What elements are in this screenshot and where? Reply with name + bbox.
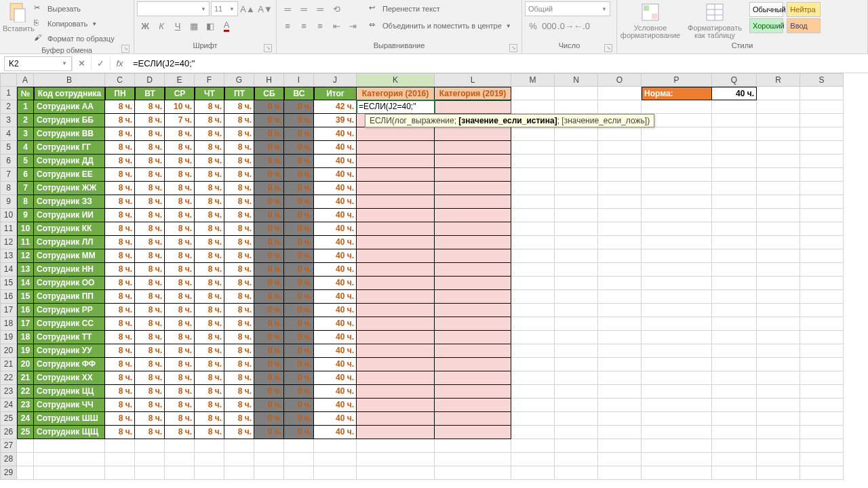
cell-empnum[interactable]: 5	[17, 155, 34, 168]
row-header[interactable]: 4	[0, 127, 17, 141]
cell-category[interactable]	[357, 249, 435, 263]
cell-day[interactable]: 8 ч.	[105, 236, 135, 249]
cell-weekend[interactable]: 0 ч.	[284, 263, 314, 277]
cell[interactable]	[598, 344, 642, 358]
align-right-button[interactable]: ≡	[312, 18, 328, 33]
cell[interactable]	[598, 426, 642, 439]
cell-weekend[interactable]: 0 ч.	[254, 317, 284, 331]
cell-day[interactable]: 8 ч.	[135, 358, 165, 371]
header-day[interactable]: СР	[165, 87, 195, 100]
cell[interactable]	[511, 439, 555, 453]
cell-day[interactable]: 8 ч.	[105, 304, 135, 317]
cell[interactable]	[34, 466, 105, 480]
formula-input[interactable]: =ЕСЛИ(J2=40;"	[129, 58, 868, 68]
cell[interactable]	[712, 209, 757, 222]
cell-weekend[interactable]: 0 ч.	[254, 168, 284, 182]
cell-weekend[interactable]: 0 ч.	[254, 100, 284, 114]
decrease-font-button[interactable]: A▼	[257, 1, 273, 16]
cell-day[interactable]: 8 ч.	[195, 222, 224, 236]
currency-button[interactable]: %	[525, 18, 541, 33]
cell-day[interactable]: 8 ч.	[135, 344, 165, 358]
cell-weekend[interactable]: 0 ч.	[284, 358, 314, 371]
cell[interactable]	[800, 236, 844, 249]
cell-day[interactable]: 8 ч.	[195, 358, 224, 371]
cell[interactable]	[800, 249, 844, 263]
cell[interactable]	[555, 466, 598, 480]
cell-day[interactable]: 8 ч.	[224, 304, 254, 317]
cell[interactable]	[511, 466, 555, 480]
cell[interactable]	[435, 439, 511, 453]
cell-day[interactable]: 8 ч.	[135, 371, 165, 385]
format-as-table-button[interactable]: Форматировать как таблицу	[682, 1, 747, 39]
cell[interactable]	[598, 358, 642, 371]
cell[interactable]	[511, 168, 555, 182]
cell-day[interactable]: 8 ч.	[135, 426, 165, 439]
column-header-K[interactable]: K	[357, 73, 435, 87]
cell[interactable]	[598, 277, 642, 290]
cell[interactable]	[511, 385, 555, 399]
cell[interactable]	[712, 412, 757, 426]
style-input[interactable]: Ввод	[787, 18, 821, 33]
cell-category[interactable]	[357, 236, 435, 249]
cell-category[interactable]	[357, 317, 435, 331]
cell-day[interactable]: 8 ч.	[224, 331, 254, 344]
cell-category[interactable]	[357, 277, 435, 290]
cell-weekend[interactable]: 0 ч.	[284, 127, 314, 141]
cell[interactable]	[712, 168, 757, 182]
row-header[interactable]: 14	[0, 263, 17, 277]
cell[interactable]	[555, 249, 598, 263]
cell-day[interactable]: 8 ч.	[165, 358, 195, 371]
cell[interactable]	[800, 182, 844, 195]
cell-day[interactable]: 8 ч.	[165, 290, 195, 304]
cell-empnum[interactable]: 2	[17, 114, 34, 127]
cell-day[interactable]: 8 ч.	[195, 371, 224, 385]
cell-day[interactable]: 8 ч.	[135, 114, 165, 127]
cell-day[interactable]: 8 ч.	[105, 344, 135, 358]
cell-empnum[interactable]: 8	[17, 195, 34, 209]
cell-day[interactable]: 8 ч.	[135, 222, 165, 236]
cell-day[interactable]: 8 ч.	[195, 114, 224, 127]
row-header[interactable]: 29	[0, 466, 17, 480]
header-cat2016[interactable]: Категория (2016)	[357, 87, 435, 100]
cell-total[interactable]: 40 ч.	[314, 209, 357, 222]
cell-day[interactable]: 8 ч.	[165, 331, 195, 344]
wrap-text-button[interactable]: ↩Перенести текст	[368, 1, 513, 16]
cell-category[interactable]	[357, 141, 435, 155]
cell-empname[interactable]: Сотрудник ЦЦ	[34, 385, 105, 399]
cell-day[interactable]: 8 ч.	[105, 127, 135, 141]
cell[interactable]	[712, 399, 757, 412]
cell[interactable]	[224, 466, 254, 480]
cell-day[interactable]: 8 ч.	[195, 331, 224, 344]
row-header[interactable]: 10	[0, 209, 17, 222]
align-middle-button[interactable]: ═	[296, 1, 312, 16]
cell[interactable]	[598, 317, 642, 331]
cell-category[interactable]	[357, 304, 435, 317]
cell-weekend[interactable]: 0 ч.	[284, 412, 314, 426]
cell[interactable]	[511, 358, 555, 371]
cell-weekend[interactable]: 0 ч.	[284, 236, 314, 249]
cell-day[interactable]: 8 ч.	[195, 155, 224, 168]
cell[interactable]	[800, 317, 844, 331]
column-header-I[interactable]: I	[284, 73, 314, 87]
cell[interactable]	[757, 182, 800, 195]
cell[interactable]	[511, 426, 555, 439]
cell[interactable]	[314, 453, 357, 466]
decrease-indent-button[interactable]: ⇤	[328, 18, 344, 33]
style-neutral[interactable]: Нейтра	[787, 2, 821, 17]
row-header[interactable]: 27	[0, 439, 17, 453]
cell[interactable]	[165, 453, 195, 466]
cell[interactable]	[17, 439, 34, 453]
row-header[interactable]: 8	[0, 182, 17, 195]
align-bottom-button[interactable]: ═	[312, 1, 328, 16]
cell[interactable]	[800, 100, 844, 114]
cell[interactable]	[642, 466, 712, 480]
cell-weekend[interactable]: 0 ч.	[254, 222, 284, 236]
cell-empnum[interactable]: 21	[17, 371, 34, 385]
cell[interactable]	[757, 358, 800, 371]
column-header-C[interactable]: C	[105, 73, 135, 87]
cell-total[interactable]: 40 ч.	[314, 141, 357, 155]
dialog-launcher-icon[interactable]: ↘	[604, 44, 612, 52]
cell[interactable]	[757, 466, 800, 480]
cell-day[interactable]: 8 ч.	[105, 263, 135, 277]
cell-day[interactable]: 8 ч.	[195, 127, 224, 141]
